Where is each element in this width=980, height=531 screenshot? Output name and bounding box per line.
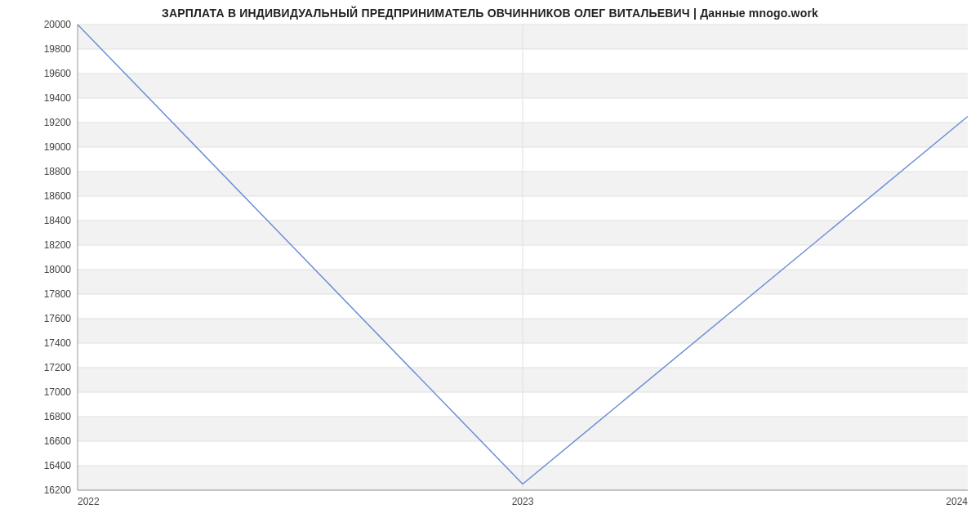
y-tick-label: 16400 (44, 460, 72, 471)
y-tick-label: 19600 (44, 68, 72, 79)
y-tick-label: 16200 (44, 484, 72, 496)
y-tick-label: 18400 (44, 215, 72, 226)
y-tick-label: 16800 (44, 411, 72, 422)
x-tick-label: 2022 (78, 496, 100, 507)
x-tick-label: 2024 (946, 496, 968, 507)
y-tick-label: 19000 (44, 141, 72, 153)
y-tick-label: 17800 (44, 288, 72, 300)
line-chart: ЗАРПЛАТА В ИНДИВИДУАЛЬНЫЙ ПРЕДПРИНИМАТЕЛ… (0, 0, 980, 531)
y-tick-label: 18200 (44, 239, 72, 251)
y-tick-label: 18600 (44, 190, 72, 202)
y-tick-label: 18800 (44, 166, 72, 177)
chart-svg: 1620016400166001680017000172001740017600… (0, 0, 980, 531)
y-tick-label: 18000 (44, 264, 72, 275)
y-tick-label: 19400 (44, 92, 72, 104)
y-tick-label: 20000 (44, 19, 72, 30)
x-tick-label: 2023 (512, 496, 534, 507)
y-tick-label: 17600 (44, 313, 72, 324)
y-tick-label: 19800 (44, 43, 72, 55)
y-tick-label: 16600 (44, 435, 72, 447)
y-tick-label: 17000 (44, 386, 72, 398)
y-tick-label: 17200 (44, 362, 72, 373)
y-tick-label: 19200 (44, 117, 72, 128)
y-tick-label: 17400 (44, 337, 72, 349)
